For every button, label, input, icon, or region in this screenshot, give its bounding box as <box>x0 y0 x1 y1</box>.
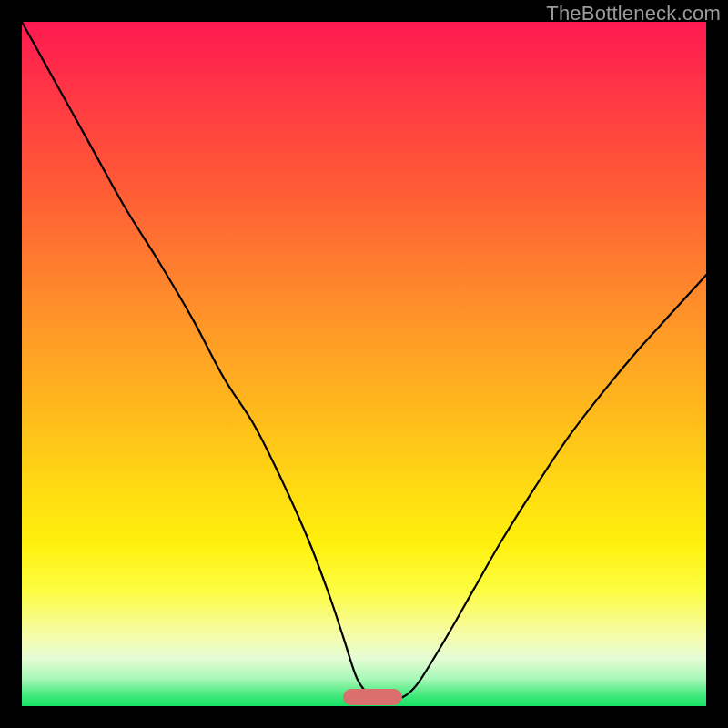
plot-area <box>22 22 706 706</box>
optimum-marker <box>343 689 402 705</box>
chart-frame: TheBottleneck.com <box>0 0 728 728</box>
watermark-text: TheBottleneck.com <box>546 2 721 25</box>
bottleneck-curve <box>22 22 706 706</box>
